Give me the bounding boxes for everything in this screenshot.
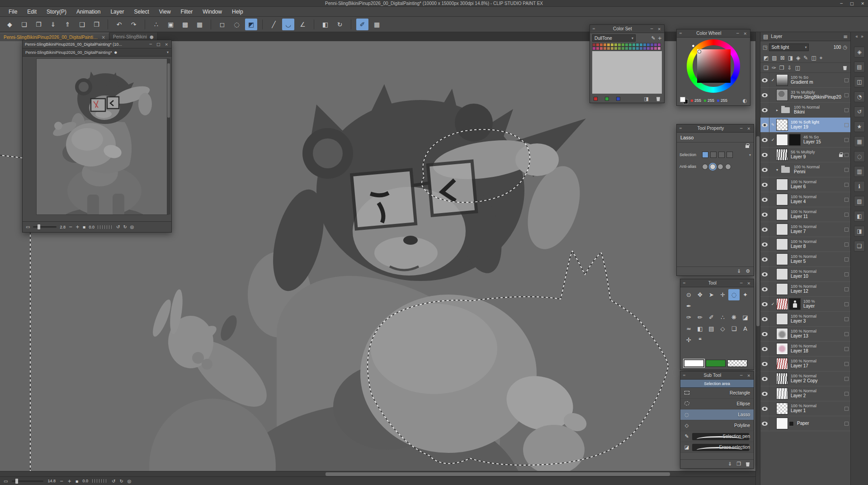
layer-select-box[interactable] bbox=[844, 332, 849, 336]
quick-swatch-blue[interactable] bbox=[616, 97, 620, 101]
layer-thumbnail[interactable] bbox=[776, 194, 788, 205]
selection-launcher-icon[interactable]: ◩ bbox=[245, 19, 257, 30]
color-swatch[interactable] bbox=[592, 47, 596, 50]
layer-select-box[interactable] bbox=[844, 198, 849, 202]
color-swatch[interactable] bbox=[636, 47, 639, 50]
layer-visibility-toggle[interactable] bbox=[760, 147, 769, 162]
minimize-panel-button[interactable]: ─ bbox=[650, 27, 654, 31]
move-tool-icon[interactable]: ✥ bbox=[694, 289, 706, 300]
layer-thumbnail[interactable] bbox=[776, 253, 788, 265]
layer-color-icon[interactable]: ◩ bbox=[764, 55, 769, 61]
layer-row[interactable]: ✎ ✓ 100 % Normal Layer 12 bbox=[760, 282, 850, 297]
draft-layer-icon[interactable]: ✎ bbox=[803, 55, 808, 61]
layer-select-box[interactable] bbox=[844, 153, 849, 157]
material-color-panel-icon[interactable]: ❏ bbox=[854, 241, 865, 252]
new-vector-layer-icon[interactable]: ✑ bbox=[772, 65, 776, 71]
foreground-background-colors[interactable] bbox=[680, 97, 688, 104]
menu-window[interactable]: Window bbox=[198, 7, 227, 16]
lock-layer-icon[interactable]: ⊠ bbox=[780, 55, 785, 61]
combine-below-icon[interactable]: ◫ bbox=[795, 65, 800, 71]
operation-tool-icon[interactable]: ➤ bbox=[706, 289, 717, 300]
quick-swatch-red[interactable] bbox=[594, 97, 598, 101]
navigator-panel-icon[interactable]: ◫ bbox=[854, 76, 865, 87]
color-swatch[interactable] bbox=[632, 47, 636, 50]
tone-scale-panel-icon[interactable]: ◨ bbox=[854, 226, 865, 237]
layer-row[interactable]: ✎ ✓ 100 % So Gradient m bbox=[760, 73, 850, 88]
layer-row[interactable]: ✎ ✓ 100 % Normal Layer 4 bbox=[760, 192, 850, 207]
zoom-out-icon[interactable]: − bbox=[60, 479, 63, 484]
layer-visibility-toggle[interactable] bbox=[760, 312, 769, 326]
layer-row[interactable]: ✎ ✓ 100 % Normal Layer 18 bbox=[760, 342, 850, 357]
color-swatch[interactable] bbox=[643, 43, 646, 47]
replace-color-icon[interactable]: ◨ bbox=[644, 96, 649, 102]
selection-mode-subtract-button[interactable] bbox=[718, 152, 725, 158]
fit-to-screen-icon[interactable]: ▭ bbox=[4, 479, 8, 484]
antialias-weak-button[interactable] bbox=[710, 164, 716, 170]
color-swatch[interactable] bbox=[596, 47, 599, 50]
color-swatch[interactable] bbox=[599, 43, 603, 47]
frame-border-tool-icon[interactable]: ❏ bbox=[728, 323, 740, 334]
maximize-window-button[interactable]: □ bbox=[850, 1, 854, 6]
figure-tool-icon[interactable]: ◇ bbox=[717, 323, 728, 334]
chevron-down-icon[interactable]: ▾ bbox=[749, 153, 751, 157]
fill-icon[interactable]: ▩ bbox=[179, 19, 191, 30]
rotate-right-icon[interactable]: ↻ bbox=[123, 224, 127, 229]
horizontal-scrollbar-thumb[interactable] bbox=[326, 472, 670, 476]
new-file-icon[interactable]: ❏ bbox=[18, 19, 30, 30]
color-swatch[interactable] bbox=[654, 47, 657, 50]
layer-thumbnail[interactable] bbox=[776, 373, 788, 385]
sub-color-swatch[interactable] bbox=[706, 360, 726, 367]
quick-swatch-green[interactable] bbox=[605, 97, 609, 101]
rotate-left-icon[interactable]: ↺ bbox=[112, 479, 115, 484]
color-mode-toggle-icon[interactable]: ◐ bbox=[742, 98, 747, 104]
layer-row[interactable]: ✎ ✓ 100 % Normal Layer 3 bbox=[760, 312, 850, 327]
color-swatch[interactable] bbox=[607, 43, 610, 47]
color-swatch[interactable] bbox=[592, 43, 596, 47]
antialias-strong-button[interactable] bbox=[725, 164, 731, 170]
opacity-dial-icon[interactable]: ◷ bbox=[843, 44, 847, 50]
layer-visibility-toggle[interactable] bbox=[760, 207, 769, 222]
layer-select-box[interactable] bbox=[844, 302, 849, 306]
material-panel-icon[interactable]: ▤ bbox=[854, 62, 865, 72]
minimize-window-button[interactable]: ─ bbox=[840, 1, 843, 6]
actual-size-icon[interactable]: ▪ bbox=[83, 224, 86, 229]
color-swatch[interactable] bbox=[610, 47, 614, 50]
layer-select-box[interactable] bbox=[844, 213, 849, 217]
menu-filter[interactable]: Filter bbox=[176, 7, 198, 16]
rotate-right-icon[interactable]: ↻ bbox=[119, 479, 123, 484]
fill-tool-icon[interactable]: ◧ bbox=[694, 323, 706, 334]
color-swatch[interactable] bbox=[618, 43, 621, 47]
layer-select-box[interactable] bbox=[844, 93, 849, 97]
menu-select[interactable]: Select bbox=[129, 7, 154, 16]
minimize-panel-button[interactable]: ─ bbox=[736, 31, 740, 36]
brush-tool-icon[interactable]: ✐ bbox=[706, 312, 717, 323]
object-icon[interactable]: ▣ bbox=[165, 19, 177, 30]
layer-visibility-toggle[interactable] bbox=[760, 267, 769, 281]
layer-select-box[interactable] bbox=[844, 272, 849, 276]
color-swatch[interactable] bbox=[632, 43, 636, 47]
layer-select-box[interactable] bbox=[844, 168, 849, 172]
zoom-tool-icon[interactable]: ⊙ bbox=[683, 289, 694, 300]
layer-visibility-toggle[interactable] bbox=[760, 357, 769, 371]
layer-visibility-toggle[interactable] bbox=[760, 118, 769, 132]
vertical-scrollbar[interactable] bbox=[755, 32, 760, 485]
grid-icon[interactable]: ▦ bbox=[193, 19, 206, 30]
folder-arrow-icon[interactable]: ▸ bbox=[776, 108, 781, 112]
balloon-tool-icon[interactable]: ❝ bbox=[694, 334, 706, 346]
panel-menu-icon[interactable]: ≡ bbox=[843, 33, 848, 40]
layer-move-tool-icon[interactable]: ✛ bbox=[717, 289, 728, 300]
transfer-down-icon[interactable]: ⇩ bbox=[788, 65, 792, 71]
layer-thumbnail[interactable] bbox=[776, 328, 788, 340]
color-swatch[interactable] bbox=[610, 43, 614, 47]
sub-tool-item[interactable]: ◇ Polyline bbox=[680, 420, 754, 431]
flip-horizontal-icon[interactable]: ◧ bbox=[319, 19, 331, 30]
layer-thumbnail[interactable] bbox=[776, 74, 788, 86]
layer-visibility-toggle[interactable] bbox=[760, 177, 769, 192]
reset-view-icon[interactable]: ◎ bbox=[127, 479, 132, 484]
layer-select-box[interactable] bbox=[844, 257, 849, 262]
color-swatch[interactable] bbox=[614, 47, 618, 50]
layer-select-box[interactable] bbox=[844, 123, 849, 127]
layer-row[interactable]: ✎ ✓ 100 % Normal Layer 5 bbox=[760, 252, 850, 267]
enable-mask-icon[interactable]: ◫ bbox=[811, 55, 816, 61]
layer-thumbnail[interactable] bbox=[776, 313, 788, 325]
